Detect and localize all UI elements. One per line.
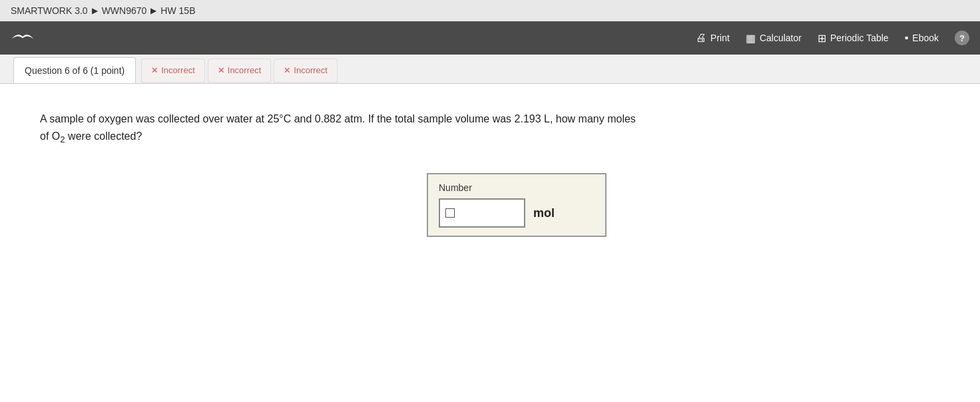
attempt-label-2: Incorrect [228, 65, 262, 75]
periodic-table-label: Periodic Table [830, 33, 889, 43]
incorrect-icon-2: ✕ [218, 66, 224, 75]
breadcrumb-part2: WWN9670 [102, 5, 147, 16]
attempt-tabs: ✕ Incorrect ✕ Incorrect ✕ Incorrect [141, 55, 338, 83]
ebook-icon: ▪ [905, 32, 909, 44]
breadcrumb: SMARTWORK 3.0 ▶ WWN9670 ▶ HW 15B [0, 0, 980, 21]
breadcrumb-arrow2: ▶ [150, 6, 156, 15]
toolbar-actions: 🖨 Print ▦ Calculator ⊞ Periodic Table ▪ … [696, 31, 969, 45]
question-header: Question 6 of 6 (1 point) ✕ Incorrect ✕ … [0, 55, 980, 84]
calculator-button[interactable]: ▦ Calculator [746, 32, 802, 45]
periodic-table-button[interactable]: ⊞ Periodic Table [818, 32, 889, 45]
attempt-label-1: Incorrect [161, 65, 195, 75]
ebook-button[interactable]: ▪ Ebook [905, 32, 939, 44]
main-content: A sample of oxygen was collected over wa… [0, 84, 980, 402]
print-label: Print [710, 33, 730, 43]
periodic-table-icon: ⊞ [818, 32, 826, 45]
print-button[interactable]: 🖨 Print [696, 32, 730, 44]
number-box: Number mol [427, 173, 607, 237]
input-cursor-icon [445, 208, 455, 218]
help-button[interactable]: ? [955, 31, 969, 45]
question-text-part2: were collected? [65, 130, 142, 142]
print-icon: 🖨 [696, 32, 706, 44]
question-label: Question 6 of 6 (1 point) [13, 57, 136, 83]
number-input-row: mol [439, 198, 595, 228]
breadcrumb-arrow1: ▶ [92, 6, 98, 15]
attempt-tab-2[interactable]: ✕ Incorrect [208, 59, 272, 83]
breadcrumb-part3: HW 15B [160, 5, 195, 16]
attempt-tab-3[interactable]: ✕ Incorrect [274, 59, 338, 83]
help-label: ? [959, 33, 965, 43]
question-text: A sample of oxygen was collected over wa… [40, 110, 639, 146]
unit-label: mol [533, 206, 555, 220]
attempt-label-3: Incorrect [294, 65, 328, 75]
toolbar: 🖨 Print ▦ Calculator ⊞ Periodic Table ▪ … [0, 21, 980, 55]
question-subscript: 2 [60, 134, 65, 144]
calculator-label: Calculator [760, 33, 802, 43]
incorrect-icon-1: ✕ [151, 66, 158, 75]
calculator-icon: ▦ [746, 32, 756, 45]
number-input-field[interactable] [439, 198, 525, 228]
number-input[interactable] [457, 208, 517, 218]
incorrect-icon-3: ✕ [284, 66, 290, 75]
app-logo [11, 29, 35, 48]
logo-icon [11, 29, 35, 45]
breadcrumb-part1: SMARTWORK 3.0 [11, 5, 88, 16]
answer-container: Number mol [93, 173, 940, 237]
ebook-label: Ebook [912, 33, 939, 43]
number-box-label: Number [439, 182, 595, 193]
attempt-tab-1[interactable]: ✕ Incorrect [141, 59, 205, 83]
